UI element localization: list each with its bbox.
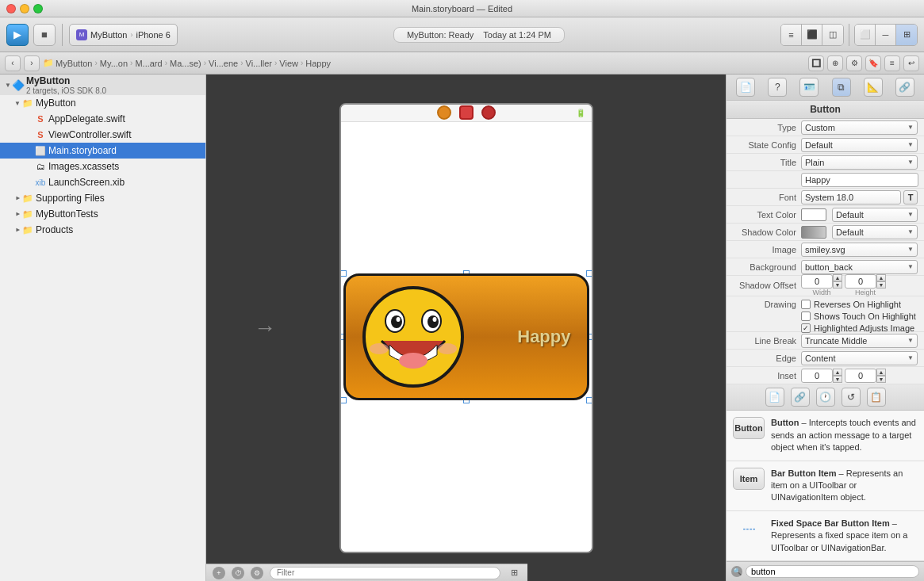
inset-left-down[interactable]: ▼ bbox=[833, 376, 842, 383]
add-constraint-icon[interactable]: + bbox=[213, 567, 225, 579]
text-color-swatch[interactable] bbox=[801, 208, 826, 221]
inset-left-up[interactable]: ▲ bbox=[833, 369, 842, 376]
tests-triangle: ▼ bbox=[13, 209, 22, 219]
assistant-editor-btn[interactable]: ⬛ bbox=[802, 25, 822, 45]
line-break-dropdown[interactable]: Truncate Middle ▼ bbox=[801, 334, 918, 348]
edge-dropdown[interactable]: Content ▼ bbox=[801, 351, 918, 365]
minimize-button[interactable] bbox=[20, 4, 29, 13]
image-dropdown[interactable]: smiley.svg ▼ bbox=[801, 243, 918, 257]
file-icon-btn[interactable]: 📄 bbox=[765, 388, 784, 407]
standard-editor-btn[interactable]: ≡ bbox=[781, 25, 802, 45]
sidebar-item-images[interactable]: 🗂 Images.xcassets bbox=[0, 159, 205, 174]
view-content: Happy bbox=[341, 122, 592, 552]
highlighted-checkbox[interactable] bbox=[801, 323, 811, 333]
refresh-icon-btn[interactable]: ↺ bbox=[842, 388, 861, 407]
maximize-button[interactable] bbox=[33, 4, 43, 13]
state-config-label: State Config bbox=[733, 140, 796, 150]
font-dropdown[interactable]: System 18.0 bbox=[801, 190, 901, 204]
debug-toggle-btn[interactable]: ─ bbox=[876, 25, 896, 45]
fixed-space-card-text: Fixed Space Bar Button Item – Represents… bbox=[771, 518, 918, 554]
add-file-button[interactable]: 🔲 bbox=[808, 55, 824, 71]
quick-help-tab[interactable]: ? bbox=[768, 78, 787, 97]
inset-label: Inset bbox=[733, 371, 796, 380]
inset-right-stepper: ▲ ▼ bbox=[876, 369, 886, 383]
type-dropdown[interactable]: Custom ▼ bbox=[801, 120, 918, 135]
search-button[interactable]: ⚙ bbox=[846, 55, 862, 71]
shadow-color-swatch[interactable] bbox=[801, 226, 826, 239]
shadow-width-input[interactable] bbox=[801, 274, 833, 289]
breadcrumb-myon[interactable]: My...on bbox=[100, 59, 128, 68]
link-icon-btn[interactable]: 🔗 bbox=[791, 388, 810, 407]
stop-button[interactable]: ■ bbox=[33, 24, 56, 46]
shadow-height-input[interactable] bbox=[845, 274, 876, 289]
status-text: MyButton: Ready Today at 1:24 PM bbox=[407, 30, 551, 40]
height-up-btn[interactable]: ▲ bbox=[876, 274, 886, 281]
inset-left-input[interactable] bbox=[801, 369, 833, 383]
connections-inspector-tab[interactable]: 🔗 bbox=[895, 78, 914, 97]
project-title: MyButton bbox=[26, 75, 106, 86]
version-editor-btn[interactable]: ◫ bbox=[822, 25, 843, 45]
breadcrumb-sep-4: › bbox=[204, 59, 206, 67]
sidebar-item-mainstoryboard[interactable]: ⬜ Main.storyboard bbox=[0, 143, 205, 159]
sidebar-item-launchscreen[interactable]: xib LaunchScreen.xib bbox=[0, 174, 205, 190]
layout-icon[interactable]: ⊞ bbox=[507, 566, 521, 580]
inset-right-input[interactable] bbox=[845, 369, 876, 383]
breadcrumb-viene[interactable]: Vi...ene bbox=[209, 59, 238, 68]
run-button[interactable]: ▶ bbox=[6, 24, 29, 46]
window-controls bbox=[6, 4, 43, 13]
state-config-dropdown[interactable]: Default ▼ bbox=[801, 138, 918, 152]
shows-touch-checkbox[interactable] bbox=[801, 312, 811, 321]
height-down-btn[interactable]: ▼ bbox=[876, 281, 886, 289]
happy-button[interactable]: Happy bbox=[343, 273, 589, 400]
nav-forward-button[interactable]: › bbox=[24, 55, 40, 71]
breadcrumb-viller[interactable]: Vi...ller bbox=[246, 59, 272, 68]
timer-icon[interactable]: ⏱ bbox=[232, 567, 244, 579]
inset-right-group: ▲ ▼ bbox=[845, 369, 886, 383]
iphone-frame: 🔋 bbox=[339, 103, 593, 553]
file-inspector-tab[interactable]: 📄 bbox=[736, 78, 755, 97]
inset-right-down[interactable]: ▼ bbox=[876, 376, 886, 383]
sidebar-item-supporting-files[interactable]: ▼ 📁 Supporting Files bbox=[0, 190, 205, 206]
sidebar-item-appdelegate[interactable]: S AppDelegate.swift bbox=[0, 111, 205, 127]
scheme-selector[interactable]: M MyButton › iPhone 6 bbox=[69, 24, 178, 46]
nav-back-button[interactable]: ‹ bbox=[5, 55, 21, 71]
reverses-checkbox[interactable] bbox=[801, 300, 811, 309]
sidebar-item-mybutton-group[interactable]: ▼ 📁 MyButton bbox=[0, 95, 205, 111]
inspector-toggle-btn[interactable]: ⊞ bbox=[896, 25, 917, 45]
breadcrumb-mybutton[interactable]: 📁 MyButton bbox=[43, 58, 92, 68]
width-down-btn[interactable]: ▼ bbox=[833, 281, 842, 289]
breadcrumb-mase[interactable]: Ma...se) bbox=[170, 59, 201, 68]
state-config-control: Default ▼ bbox=[801, 138, 918, 152]
close-button[interactable] bbox=[6, 4, 16, 13]
breadcrumb-happy[interactable]: Happy bbox=[305, 59, 331, 68]
object-search-input[interactable] bbox=[746, 565, 919, 578]
sidebar-item-mybuttontests[interactable]: ▼ 📁 MyButtonTests bbox=[0, 206, 205, 222]
navigator-toggle-btn[interactable]: ⬜ bbox=[855, 25, 876, 45]
sidebar-item-products[interactable]: ▼ 📁 Products bbox=[0, 222, 205, 238]
background-row: Background button_back ▼ bbox=[727, 258, 924, 276]
clock-icon-btn[interactable]: 🕐 bbox=[816, 388, 835, 407]
font-T-button[interactable]: T bbox=[903, 190, 918, 204]
reverses-row: Reverses On Highlight bbox=[801, 300, 916, 309]
smiley-svg bbox=[362, 285, 465, 388]
size-inspector-tab[interactable]: 📐 bbox=[864, 78, 883, 97]
breadcrumb-mard[interactable]: M...ard bbox=[135, 59, 162, 68]
shadow-color-dropdown[interactable]: Default ▼ bbox=[832, 225, 918, 239]
text-color-dropdown[interactable]: Default ▼ bbox=[832, 208, 918, 222]
breadcrumb-view[interactable]: View bbox=[279, 59, 298, 68]
back-history-button[interactable]: ↩ bbox=[903, 55, 919, 71]
bookmark-button[interactable]: 🔖 bbox=[865, 55, 881, 71]
title-dropdown[interactable]: Plain ▼ bbox=[801, 155, 918, 170]
attributes-inspector-tab[interactable]: ⧉ bbox=[832, 78, 851, 97]
filter-button[interactable]: ≡ bbox=[884, 55, 900, 71]
background-dropdown[interactable]: button_back ▼ bbox=[801, 260, 918, 274]
identity-inspector-tab[interactable]: 🪪 bbox=[799, 78, 819, 97]
clipboard-icon-btn[interactable]: 📋 bbox=[867, 388, 886, 407]
width-up-btn[interactable]: ▲ bbox=[833, 274, 842, 281]
title-text-input[interactable] bbox=[801, 173, 918, 187]
info-button[interactable]: ⊕ bbox=[827, 55, 843, 71]
canvas-filter-input[interactable] bbox=[270, 567, 500, 579]
inset-right-up[interactable]: ▲ bbox=[876, 369, 886, 376]
issue-icon[interactable]: ⚙ bbox=[251, 567, 263, 579]
sidebar-item-viewcontroller[interactable]: S ViewController.swift bbox=[0, 127, 205, 143]
